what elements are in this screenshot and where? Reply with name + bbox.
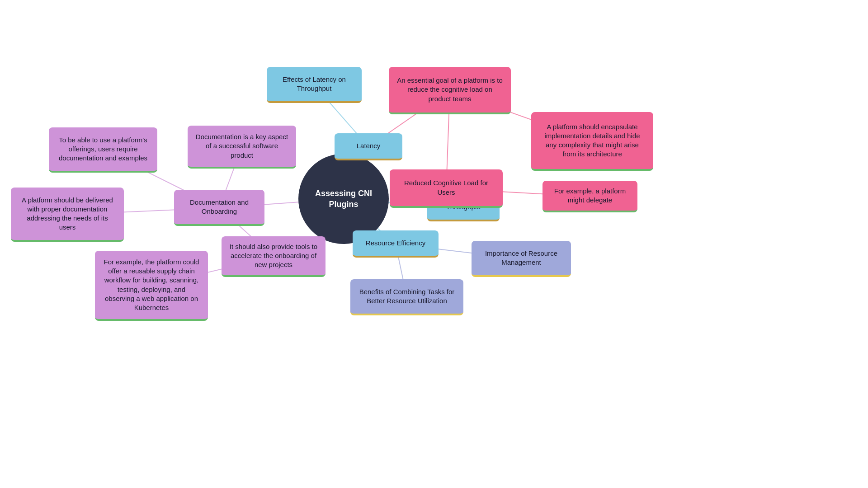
node-users-require-docs: To be able to use a platform's offerings… xyxy=(49,127,157,173)
node-reusable-supply: For example, the platform could offer a … xyxy=(95,251,208,321)
node-platform-documentation: A platform should be delivered with prop… xyxy=(11,188,124,242)
node-delegate: For example, a platform might delegate xyxy=(542,181,637,212)
node-resource-efficiency: Resource Efficiency xyxy=(353,230,439,258)
node-cognitive-load-goal: An essential goal of a platform is to re… xyxy=(389,67,511,114)
node-encapsulate: A platform should encapsulate implementa… xyxy=(531,112,653,171)
node-documentation-key: Documentation is a key aspect of a succe… xyxy=(188,126,296,169)
node-latency: Latency xyxy=(335,133,402,160)
node-combining-tasks: Benefits of Combining Tasks for Better R… xyxy=(350,279,463,315)
node-accelerate-onboarding: It should also provide tools to accelera… xyxy=(222,236,326,277)
node-effects-latency: Effects of Latency on Throughput xyxy=(267,67,362,103)
mindmap-canvas: Assessing CNI PluginsLatencyThroughputRe… xyxy=(0,0,868,488)
node-resource-management: Importance of Resource Management xyxy=(472,241,571,277)
node-reduced-cognitive: Reduced Cognitive Load for Users xyxy=(390,169,503,208)
node-doc-onboarding: Documentation and Onboarding xyxy=(174,190,264,226)
